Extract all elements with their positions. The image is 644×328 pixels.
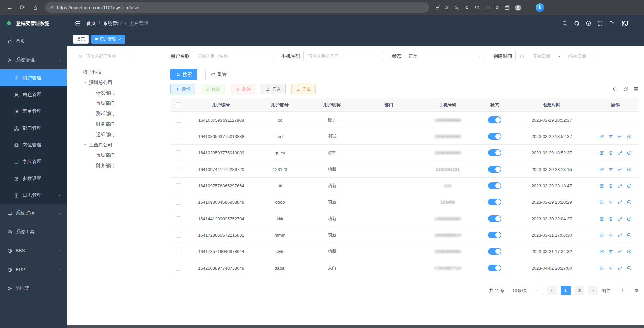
tag-user-management[interactable]: 用户管理 × (91, 35, 125, 44)
tree-node[interactable]: 橙子科技 (75, 67, 162, 77)
next-page-button[interactable] (588, 286, 598, 295)
sidebar-item[interactable]: 系统监控 (0, 204, 67, 223)
sidebar-item[interactable]: 系统管理 (0, 51, 67, 69)
assign-role-icon[interactable] (627, 216, 632, 221)
page-2-button[interactable]: 2 (575, 286, 584, 295)
browser-home-icon[interactable]: ⌂ (30, 2, 41, 13)
breadcrumb-item[interactable]: 用户管理 (129, 20, 148, 27)
browser-menu-icon[interactable]: … (526, 5, 531, 10)
column-header[interactable]: 状态 (478, 102, 511, 108)
assign-role-icon[interactable] (627, 183, 632, 188)
user-logo[interactable]: YJ (621, 19, 628, 27)
delete-user-icon[interactable] (608, 249, 613, 254)
sidebar-item[interactable]: 用户管理 (0, 69, 67, 86)
reset-password-icon[interactable] (617, 266, 623, 271)
copilot-icon[interactable]: b (536, 3, 544, 12)
reset-password-icon[interactable] (617, 183, 623, 188)
read-aloud-icon[interactable]: A⁾ (445, 5, 450, 11)
edit-user-icon[interactable] (599, 183, 604, 188)
status-toggle[interactable] (488, 166, 501, 173)
sidebar-item[interactable]: ERP (0, 260, 67, 279)
reset-password-icon[interactable] (617, 150, 623, 155)
github-icon[interactable] (574, 20, 580, 26)
refresh-table-icon[interactable] (623, 87, 628, 92)
sidebar-item[interactable]: 岗位管理 (0, 137, 67, 153)
delete-user-icon[interactable] (608, 183, 613, 188)
caret-down-icon[interactable] (77, 70, 81, 74)
row-checkbox[interactable] (176, 167, 181, 172)
help-icon[interactable] (586, 20, 591, 26)
status-toggle[interactable] (488, 215, 501, 222)
status-toggle[interactable] (488, 133, 501, 140)
column-header[interactable]: 手机号码 (417, 102, 478, 108)
sidebar-item[interactable]: 日志管理 (0, 187, 67, 204)
edit-user-icon[interactable] (599, 134, 604, 139)
assign-role-icon[interactable] (627, 266, 632, 271)
address-bar[interactable]: https://ccnetcore.com:1101/system/user (45, 2, 429, 13)
sidebar-item[interactable]: 部门管理 (0, 120, 67, 137)
goto-page-input[interactable] (615, 286, 630, 295)
reset-password-icon[interactable] (617, 216, 623, 221)
toolbar-button[interactable]: 修改 (201, 84, 225, 94)
profile-avatar[interactable] (514, 4, 522, 11)
prev-page-button[interactable] (547, 286, 557, 295)
delete-user-icon[interactable] (608, 233, 613, 238)
row-checkbox[interactable] (176, 249, 181, 254)
favorites-bar-icon[interactable] (494, 5, 500, 10)
column-header[interactable]: 创建时间 (511, 102, 592, 108)
reset-password-icon[interactable] (617, 134, 623, 139)
page-size-select[interactable]: 10条/页 (509, 286, 543, 295)
split-screen-icon[interactable] (484, 5, 490, 10)
close-tag-icon[interactable]: × (118, 37, 121, 42)
tree-node[interactable]: 测试部门 (75, 108, 162, 119)
username-input[interactable] (197, 53, 269, 59)
column-header[interactable]: 部门 (360, 102, 417, 108)
zoom-icon[interactable] (454, 5, 460, 10)
toggle-search-icon[interactable] (612, 87, 618, 92)
user-menu-caret-icon[interactable] (634, 21, 637, 25)
row-checkbox[interactable] (176, 200, 181, 205)
sidebar-item[interactable]: 系统工具 (0, 223, 67, 241)
phone-input[interactable] (307, 53, 380, 59)
row-checkbox[interactable] (176, 134, 181, 139)
font-size-icon[interactable] (609, 20, 615, 26)
edit-user-icon[interactable] (599, 200, 604, 205)
row-checkbox[interactable] (176, 266, 181, 271)
collapse-sidebar-icon[interactable] (74, 20, 80, 27)
delete-user-icon[interactable] (608, 200, 613, 205)
status-toggle[interactable] (488, 265, 501, 271)
sidebar-item[interactable]: 菜单管理 (0, 103, 67, 120)
row-checkbox[interactable] (176, 183, 181, 188)
breadcrumb-item[interactable]: 首页 (86, 20, 103, 27)
edit-user-icon[interactable] (599, 150, 604, 155)
status-toggle[interactable] (488, 199, 501, 205)
status-toggle[interactable] (488, 232, 501, 238)
row-checkbox[interactable] (176, 150, 181, 155)
columns-visibility-icon[interactable] (633, 87, 639, 92)
sidebar-item[interactable]: Yi框架 (0, 279, 67, 298)
fullscreen-icon[interactable] (597, 20, 603, 26)
edit-user-icon[interactable] (599, 249, 604, 254)
sidebar-item[interactable]: 角色管理 (0, 86, 67, 103)
select-all-checkbox[interactable] (176, 102, 181, 107)
tag-home[interactable]: 首页 (73, 35, 89, 44)
assign-role-icon[interactable] (627, 134, 632, 139)
tree-node[interactable]: 市场部门 (75, 150, 162, 160)
caret-down-icon[interactable] (83, 143, 87, 147)
toolbar-button[interactable]: 删除 (231, 84, 255, 94)
tree-node[interactable]: 深圳总公司 (75, 77, 162, 88)
sidebar-item[interactable]: BBS (0, 241, 67, 260)
reset-password-icon[interactable] (617, 233, 623, 238)
tree-node[interactable]: 运维部门 (75, 129, 162, 140)
edit-user-icon[interactable] (599, 216, 604, 221)
column-header[interactable]: 用户编号 (186, 102, 256, 108)
column-header[interactable]: 用户账号 (256, 102, 303, 108)
delete-user-icon[interactable] (608, 167, 613, 172)
breadcrumb-item[interactable]: 系统管理 (103, 20, 129, 27)
caret-down-icon[interactable] (83, 81, 87, 84)
edit-user-icon[interactable] (599, 266, 604, 271)
delete-user-icon[interactable] (608, 150, 613, 155)
tree-node[interactable]: 市场部门 (75, 98, 162, 108)
status-select[interactable]: 正常 (405, 51, 485, 61)
collections-icon[interactable] (504, 5, 510, 10)
